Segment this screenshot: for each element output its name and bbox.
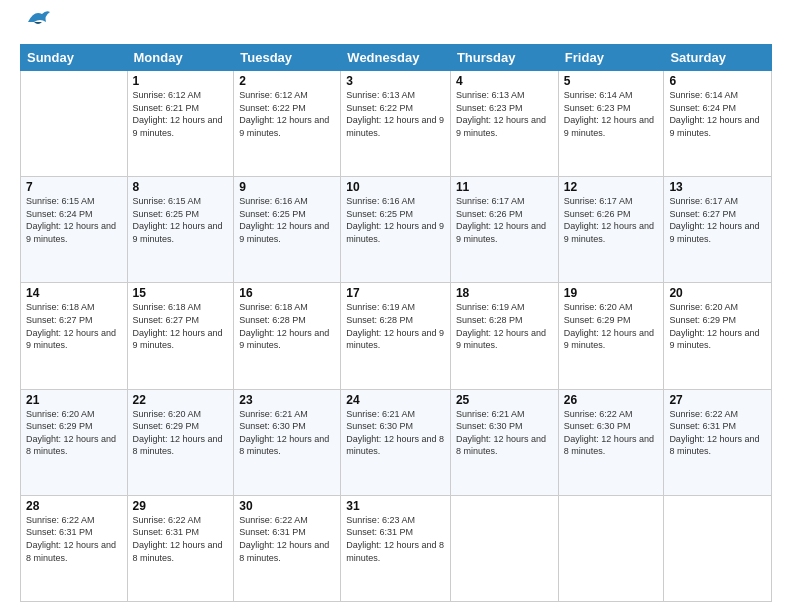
sunset-label: Sunset: 6:30 PM <box>564 421 631 431</box>
sunset-label: Sunset: 6:26 PM <box>564 209 631 219</box>
daylight-label: Daylight: 12 hours and 9 minutes. <box>456 221 546 244</box>
sunset-label: Sunset: 6:21 PM <box>133 103 200 113</box>
sunrise-label: Sunrise: 6:22 AM <box>26 515 95 525</box>
day-info: Sunrise: 6:12 AMSunset: 6:21 PMDaylight:… <box>133 89 229 139</box>
day-number: 13 <box>669 180 766 194</box>
week-row-3: 14Sunrise: 6:18 AMSunset: 6:27 PMDayligh… <box>21 283 772 389</box>
day-number: 11 <box>456 180 553 194</box>
day-cell <box>450 495 558 601</box>
day-number: 23 <box>239 393 335 407</box>
sunrise-label: Sunrise: 6:16 AM <box>346 196 415 206</box>
sunset-label: Sunset: 6:31 PM <box>133 527 200 537</box>
day-cell: 2Sunrise: 6:12 AMSunset: 6:22 PMDaylight… <box>234 71 341 177</box>
page: SundayMondayTuesdayWednesdayThursdayFrid… <box>0 0 792 612</box>
sunrise-label: Sunrise: 6:20 AM <box>564 302 633 312</box>
daylight-label: Daylight: 12 hours and 9 minutes. <box>346 115 444 138</box>
day-info: Sunrise: 6:18 AMSunset: 6:27 PMDaylight:… <box>133 301 229 351</box>
sunrise-label: Sunrise: 6:21 AM <box>239 409 308 419</box>
day-number: 21 <box>26 393 122 407</box>
day-number: 14 <box>26 286 122 300</box>
day-info: Sunrise: 6:18 AMSunset: 6:27 PMDaylight:… <box>26 301 122 351</box>
daylight-label: Daylight: 12 hours and 8 minutes. <box>456 434 546 457</box>
day-info: Sunrise: 6:23 AMSunset: 6:31 PMDaylight:… <box>346 514 445 564</box>
day-cell: 9Sunrise: 6:16 AMSunset: 6:25 PMDaylight… <box>234 177 341 283</box>
sunrise-label: Sunrise: 6:22 AM <box>133 515 202 525</box>
day-cell: 7Sunrise: 6:15 AMSunset: 6:24 PMDaylight… <box>21 177 128 283</box>
day-info: Sunrise: 6:12 AMSunset: 6:22 PMDaylight:… <box>239 89 335 139</box>
day-info: Sunrise: 6:22 AMSunset: 6:31 PMDaylight:… <box>133 514 229 564</box>
day-number: 3 <box>346 74 445 88</box>
daylight-label: Daylight: 12 hours and 9 minutes. <box>456 328 546 351</box>
sunset-label: Sunset: 6:25 PM <box>346 209 413 219</box>
day-info: Sunrise: 6:17 AMSunset: 6:27 PMDaylight:… <box>669 195 766 245</box>
sunset-label: Sunset: 6:27 PM <box>133 315 200 325</box>
day-number: 20 <box>669 286 766 300</box>
day-number: 27 <box>669 393 766 407</box>
sunset-label: Sunset: 6:25 PM <box>133 209 200 219</box>
daylight-label: Daylight: 12 hours and 9 minutes. <box>133 328 223 351</box>
day-number: 1 <box>133 74 229 88</box>
day-number: 26 <box>564 393 659 407</box>
day-info: Sunrise: 6:14 AMSunset: 6:24 PMDaylight:… <box>669 89 766 139</box>
sunrise-label: Sunrise: 6:18 AM <box>239 302 308 312</box>
daylight-label: Daylight: 12 hours and 9 minutes. <box>26 328 116 351</box>
daylight-label: Daylight: 12 hours and 8 minutes. <box>133 434 223 457</box>
daylight-label: Daylight: 12 hours and 8 minutes. <box>239 434 329 457</box>
sunset-label: Sunset: 6:26 PM <box>456 209 523 219</box>
daylight-label: Daylight: 12 hours and 9 minutes. <box>133 115 223 138</box>
daylight-label: Daylight: 12 hours and 8 minutes. <box>239 540 329 563</box>
sunset-label: Sunset: 6:22 PM <box>346 103 413 113</box>
sunset-label: Sunset: 6:29 PM <box>133 421 200 431</box>
day-info: Sunrise: 6:20 AMSunset: 6:29 PMDaylight:… <box>26 408 122 458</box>
sunset-label: Sunset: 6:27 PM <box>26 315 93 325</box>
day-number: 12 <box>564 180 659 194</box>
weekday-header-friday: Friday <box>558 45 664 71</box>
day-number: 29 <box>133 499 229 513</box>
sunset-label: Sunset: 6:24 PM <box>669 103 736 113</box>
calendar-table: SundayMondayTuesdayWednesdayThursdayFrid… <box>20 44 772 602</box>
sunrise-label: Sunrise: 6:18 AM <box>26 302 95 312</box>
week-row-5: 28Sunrise: 6:22 AMSunset: 6:31 PMDayligh… <box>21 495 772 601</box>
day-cell: 31Sunrise: 6:23 AMSunset: 6:31 PMDayligh… <box>341 495 451 601</box>
sunset-label: Sunset: 6:30 PM <box>346 421 413 431</box>
day-info: Sunrise: 6:19 AMSunset: 6:28 PMDaylight:… <box>346 301 445 351</box>
sunrise-label: Sunrise: 6:17 AM <box>669 196 738 206</box>
day-cell: 26Sunrise: 6:22 AMSunset: 6:30 PMDayligh… <box>558 389 664 495</box>
sunrise-label: Sunrise: 6:13 AM <box>456 90 525 100</box>
day-number: 7 <box>26 180 122 194</box>
weekday-header-wednesday: Wednesday <box>341 45 451 71</box>
daylight-label: Daylight: 12 hours and 9 minutes. <box>239 115 329 138</box>
week-row-2: 7Sunrise: 6:15 AMSunset: 6:24 PMDaylight… <box>21 177 772 283</box>
day-info: Sunrise: 6:21 AMSunset: 6:30 PMDaylight:… <box>456 408 553 458</box>
day-info: Sunrise: 6:13 AMSunset: 6:22 PMDaylight:… <box>346 89 445 139</box>
sunrise-label: Sunrise: 6:20 AM <box>669 302 738 312</box>
day-cell: 8Sunrise: 6:15 AMSunset: 6:25 PMDaylight… <box>127 177 234 283</box>
day-cell: 5Sunrise: 6:14 AMSunset: 6:23 PMDaylight… <box>558 71 664 177</box>
day-info: Sunrise: 6:18 AMSunset: 6:28 PMDaylight:… <box>239 301 335 351</box>
day-cell: 22Sunrise: 6:20 AMSunset: 6:29 PMDayligh… <box>127 389 234 495</box>
weekday-header-row: SundayMondayTuesdayWednesdayThursdayFrid… <box>21 45 772 71</box>
day-number: 17 <box>346 286 445 300</box>
day-cell <box>21 71 128 177</box>
logo <box>20 16 52 34</box>
day-info: Sunrise: 6:22 AMSunset: 6:31 PMDaylight:… <box>26 514 122 564</box>
day-info: Sunrise: 6:19 AMSunset: 6:28 PMDaylight:… <box>456 301 553 351</box>
weekday-header-saturday: Saturday <box>664 45 772 71</box>
sunset-label: Sunset: 6:31 PM <box>239 527 306 537</box>
daylight-label: Daylight: 12 hours and 8 minutes. <box>26 540 116 563</box>
week-row-1: 1Sunrise: 6:12 AMSunset: 6:21 PMDaylight… <box>21 71 772 177</box>
sunrise-label: Sunrise: 6:17 AM <box>456 196 525 206</box>
day-number: 22 <box>133 393 229 407</box>
sunrise-label: Sunrise: 6:22 AM <box>239 515 308 525</box>
day-cell: 11Sunrise: 6:17 AMSunset: 6:26 PMDayligh… <box>450 177 558 283</box>
day-info: Sunrise: 6:20 AMSunset: 6:29 PMDaylight:… <box>564 301 659 351</box>
sunrise-label: Sunrise: 6:16 AM <box>239 196 308 206</box>
sunrise-label: Sunrise: 6:20 AM <box>26 409 95 419</box>
day-number: 15 <box>133 286 229 300</box>
day-cell: 15Sunrise: 6:18 AMSunset: 6:27 PMDayligh… <box>127 283 234 389</box>
sunset-label: Sunset: 6:27 PM <box>669 209 736 219</box>
sunset-label: Sunset: 6:31 PM <box>26 527 93 537</box>
sunset-label: Sunset: 6:29 PM <box>669 315 736 325</box>
day-number: 25 <box>456 393 553 407</box>
day-cell: 20Sunrise: 6:20 AMSunset: 6:29 PMDayligh… <box>664 283 772 389</box>
